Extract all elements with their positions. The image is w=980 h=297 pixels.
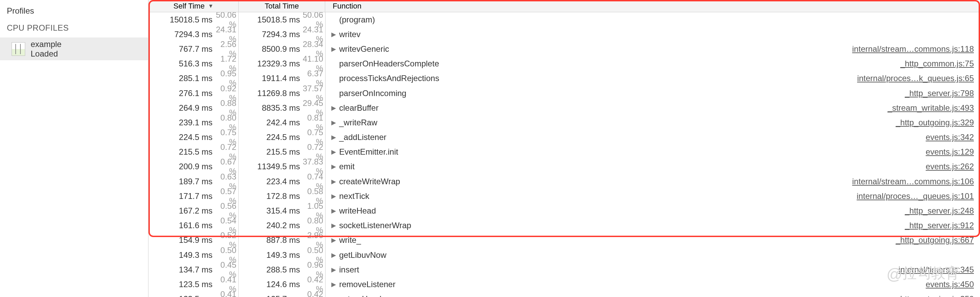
sidebar: Profiles CPU PROFILES example Loaded: [0, 0, 148, 297]
self-time-value: 161.6 ms: [148, 221, 214, 230]
expand-arrow-icon[interactable]: ▶: [330, 251, 337, 259]
function-name: writeHead: [339, 206, 376, 216]
total-time-value: 11349.5 ms: [239, 162, 301, 171]
expand-arrow-icon[interactable]: ▶: [330, 295, 337, 297]
total-time-value: 223.4 ms: [239, 177, 301, 186]
total-time-value: 124.6 ms: [239, 279, 301, 289]
table-row[interactable]: 264.9 ms0.88 %8835.3 ms29.45 %▶clearBuff…: [148, 101, 980, 115]
source-link[interactable]: _http_server.js:798: [905, 89, 974, 98]
table-row[interactable]: 154.9 ms0.52 %887.8 ms2.96 %▶write__http…: [148, 233, 980, 248]
function-cell: ▶writevGenericinternal/stream…commons.js…: [326, 44, 980, 54]
function-cell: ▶insertinternal/timers.js:345: [326, 265, 980, 275]
source-link[interactable]: _http_common.js:75: [900, 59, 974, 69]
table-row[interactable]: 171.7 ms0.57 %172.8 ms0.58 %▶nextTickint…: [148, 189, 980, 203]
source-link[interactable]: internal/stream…commons.js:106: [852, 177, 974, 186]
table-row[interactable]: 123.5 ms0.41 %125.7 ms0.42 %▶_storeHeade…: [148, 292, 980, 297]
self-time-value: 200.9 ms: [148, 162, 214, 171]
source-link[interactable]: _http_server.js:248: [905, 206, 974, 216]
source-link[interactable]: events.js:129: [926, 147, 974, 156]
total-time-value: 7294.3 ms: [239, 30, 301, 39]
total-time-value: 125.7 ms: [239, 294, 301, 297]
total-time-value: 224.5 ms: [239, 133, 301, 142]
source-link[interactable]: internal/stream…commons.js:118: [852, 44, 974, 54]
function-cell: parserOnIncoming_http_server.js:798: [326, 89, 980, 98]
expand-arrow-icon[interactable]: ▶: [330, 281, 337, 288]
source-link[interactable]: events.js:450: [926, 279, 974, 289]
table-row[interactable]: 7294.3 ms24.31 %7294.3 ms24.31 %▶writev: [148, 27, 980, 42]
expand-arrow-icon[interactable]: ▶: [330, 207, 337, 215]
table-row[interactable]: 167.2 ms0.56 %315.4 ms1.05 %▶writeHead_h…: [148, 203, 980, 218]
function-name: removeListener: [339, 279, 395, 289]
source-link[interactable]: _stream_writable.js:493: [888, 103, 974, 113]
source-link[interactable]: internal/proces…_queues.js:101: [857, 192, 974, 201]
source-link[interactable]: _http_outgoing.js:667: [896, 235, 974, 245]
function-cell: ▶getLibuvNow: [326, 250, 980, 260]
expand-arrow-icon[interactable]: ▶: [330, 178, 337, 185]
function-cell: (program): [326, 15, 980, 24]
profile-item[interactable]: example Loaded: [0, 37, 148, 60]
source-link[interactable]: internal/timers.js:345: [899, 265, 974, 275]
table-row[interactable]: 239.1 ms0.80 %242.4 ms0.81 %▶_writeRaw_h…: [148, 115, 980, 130]
source-link[interactable]: internal/proces…k_queues.js:65: [857, 73, 974, 83]
function-cell: ▶createWriteWrapinternal/stream…commons.…: [326, 177, 980, 186]
function-name: _storeHeader: [339, 294, 388, 297]
expand-arrow-icon[interactable]: ▶: [330, 119, 337, 126]
table-row[interactable]: 200.9 ms0.67 %11349.5 ms37.83 %▶emiteven…: [148, 160, 980, 174]
total-time-value: 12329.3 ms: [239, 59, 301, 69]
table-row[interactable]: 149.3 ms0.50 %149.3 ms0.50 %▶getLibuvNow: [148, 248, 980, 262]
total-time-value: 1911.4 ms: [239, 73, 301, 83]
profile-text: example Loaded: [31, 40, 62, 58]
function-cell: processTicksAndRejectionsinternal/proces…: [326, 73, 980, 83]
self-time-value: 171.7 ms: [148, 192, 214, 201]
header-self-time[interactable]: Self Time ▼: [148, 0, 239, 12]
function-cell: ▶clearBuffer_stream_writable.js:493: [326, 103, 980, 113]
expand-arrow-icon[interactable]: ▶: [330, 266, 337, 273]
self-time-value: 215.5 ms: [148, 147, 214, 156]
profile-status: Loaded: [31, 49, 62, 59]
expand-arrow-icon[interactable]: ▶: [330, 192, 337, 200]
total-time-pct: 0.42 %: [301, 289, 325, 297]
header-function[interactable]: Function: [325, 0, 980, 12]
function-cell: ▶nextTickinternal/proces…_queues.js:101: [326, 192, 980, 201]
function-cell: ▶_writeRaw_http_outgoing.js:329: [326, 118, 980, 128]
source-link[interactable]: _http_outgoing.js:359: [896, 294, 974, 297]
function-name: socketListenerWrap: [339, 221, 411, 230]
function-cell: ▶_storeHeader_http_outgoing.js:359: [326, 294, 980, 297]
function-name: writevGeneric: [339, 44, 389, 54]
expand-arrow-icon[interactable]: ▶: [330, 163, 337, 170]
expand-arrow-icon[interactable]: ▶: [330, 134, 337, 141]
expand-arrow-icon[interactable]: ▶: [330, 45, 337, 53]
total-time-value: 215.5 ms: [239, 147, 301, 156]
self-time-value: 134.7 ms: [148, 265, 214, 275]
source-link[interactable]: _http_outgoing.js:329: [896, 118, 974, 128]
table-row[interactable]: 189.7 ms0.63 %223.4 ms0.74 %▶createWrite…: [148, 174, 980, 189]
total-time-value: 149.3 ms: [239, 250, 301, 260]
table-row[interactable]: 15018.5 ms50.06 %15018.5 ms50.06 %(progr…: [148, 12, 980, 27]
expand-arrow-icon[interactable]: ▶: [330, 104, 337, 112]
source-link[interactable]: events.js:262: [926, 162, 974, 171]
expand-arrow-icon[interactable]: ▶: [330, 222, 337, 229]
table-row[interactable]: 276.1 ms0.92 %11269.8 ms37.57 %parserOnI…: [148, 86, 980, 101]
self-time-value: 123.5 ms: [148, 279, 214, 289]
table-row[interactable]: 161.6 ms0.54 %240.2 ms0.80 %▶socketListe…: [148, 218, 980, 233]
header-total-time[interactable]: Total Time: [239, 0, 325, 12]
table-row[interactable]: 285.1 ms0.95 %1911.4 ms6.37 %processTick…: [148, 71, 980, 86]
function-name: (program): [339, 15, 375, 24]
function-name: nextTick: [339, 192, 369, 201]
table-row[interactable]: 767.7 ms2.56 %8500.9 ms28.34 %▶writevGen…: [148, 42, 980, 56]
expand-arrow-icon[interactable]: ▶: [330, 31, 337, 38]
table-row[interactable]: 215.5 ms0.72 %215.5 ms0.72 %▶EventEmitte…: [148, 145, 980, 160]
self-time-value: 149.3 ms: [148, 250, 214, 260]
source-link[interactable]: _http_server.js:912: [905, 221, 974, 230]
self-time-value: 767.7 ms: [148, 44, 214, 54]
table-row[interactable]: 123.5 ms0.41 %124.6 ms0.42 %▶removeListe…: [148, 277, 980, 292]
function-name: clearBuffer: [339, 103, 379, 113]
expand-arrow-icon[interactable]: ▶: [330, 148, 337, 156]
self-time-value: 189.7 ms: [148, 177, 214, 186]
expand-arrow-icon[interactable]: ▶: [330, 236, 337, 244]
self-time-value: 516.3 ms: [148, 59, 214, 69]
table-row[interactable]: 224.5 ms0.75 %224.5 ms0.75 %▶_addListene…: [148, 130, 980, 145]
source-link[interactable]: events.js:342: [926, 133, 974, 142]
table-row[interactable]: 516.3 ms1.72 %12329.3 ms41.10 %parserOnH…: [148, 56, 980, 71]
table-row[interactable]: 134.7 ms0.45 %288.5 ms0.96 %▶insertinter…: [148, 262, 980, 277]
